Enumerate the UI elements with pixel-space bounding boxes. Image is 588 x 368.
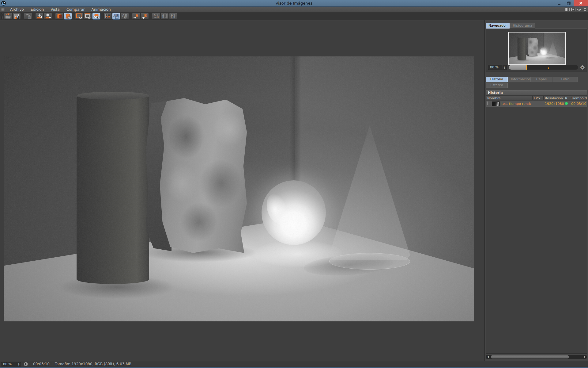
menu-animacion[interactable]: Animación bbox=[88, 7, 114, 12]
status-bar: 80 % ▲▼ ▶ 00:03:10 Tamaño: 1920x1080, RG… bbox=[0, 361, 588, 367]
col-fps[interactable]: FPS bbox=[533, 96, 544, 100]
go-to-b-button[interactable]: B bbox=[141, 13, 149, 20]
col-resolucion[interactable]: Resolución bbox=[544, 96, 564, 100]
tab-histograma[interactable]: Histograma bbox=[510, 23, 535, 29]
history-row-status bbox=[564, 102, 570, 106]
history-row-resolution: 1920x1080 bbox=[544, 102, 564, 106]
tab-filtro[interactable]: Filtro bbox=[553, 77, 578, 82]
navigator-thumbnail-scene bbox=[509, 33, 565, 64]
image-viewport[interactable] bbox=[0, 20, 485, 361]
scroll-left-icon[interactable]: ◀ bbox=[486, 355, 490, 359]
set-image-b-button[interactable] bbox=[84, 13, 92, 20]
minimize-button[interactable] bbox=[554, 0, 564, 6]
resolution-half-button[interactable]: 1:2 bbox=[24, 13, 32, 20]
film-grain-overlay bbox=[4, 56, 474, 321]
close-button[interactable] bbox=[574, 0, 588, 6]
status-zoom-input[interactable]: 80 % ▲▼ bbox=[1, 362, 21, 366]
difference-ab-button[interactable]: A−B= bbox=[160, 13, 169, 20]
col-r[interactable]: R bbox=[564, 96, 570, 100]
render-image bbox=[4, 56, 474, 321]
split-pane-icon[interactable] bbox=[565, 7, 570, 12]
slider-tick bbox=[548, 67, 549, 69]
tree-connector bbox=[487, 102, 491, 105]
toolbar-grip[interactable] bbox=[0, 13, 3, 19]
navigator-thumbnail[interactable] bbox=[508, 32, 566, 65]
status-separator bbox=[52, 362, 52, 366]
sequence-ab-button[interactable]: A⇅1:B bbox=[169, 13, 177, 20]
navigator-zoom-slider[interactable] bbox=[509, 65, 578, 70]
zoom-spinner-icon[interactable]: ▲▼ bbox=[503, 65, 506, 69]
tab-capas[interactable]: Capas bbox=[530, 77, 552, 82]
navigator-zoom-input[interactable]: 80 % ▲▼ bbox=[488, 65, 507, 70]
navigator-panel: 80 % ▲▼ ▶ bbox=[486, 29, 587, 72]
tab-navegador[interactable]: Navegador bbox=[486, 23, 510, 29]
add-pane-icon[interactable] bbox=[571, 7, 576, 12]
compare-ab-toggle-button[interactable] bbox=[92, 13, 100, 20]
ab-blend-button[interactable]: AB bbox=[112, 13, 120, 20]
status-zoom-value: 80 % bbox=[3, 362, 12, 366]
open-image-button[interactable] bbox=[4, 13, 12, 20]
navigator-zoom-value: 80 % bbox=[490, 65, 499, 69]
col-tiempo[interactable]: Tiempo de Render bbox=[570, 96, 587, 100]
window-title: Visor de Imágenes bbox=[0, 1, 588, 6]
history-table-header: Nombre FPS Resolución R Tiempo de Render bbox=[486, 96, 587, 101]
svg-text:?: ? bbox=[17, 16, 19, 19]
menubar: Archivo Edición Vista Comparar Animación bbox=[0, 7, 588, 12]
svg-text:B: B bbox=[173, 16, 175, 19]
svg-text:B: B bbox=[144, 13, 147, 18]
status-image-info: Tamaño: 1920x1080, RGB (8Bit), 6.03 MB bbox=[55, 362, 131, 366]
film-grain-overlay bbox=[509, 33, 565, 64]
titlebar: Visor de Imágenes bbox=[0, 0, 588, 7]
picture-viewer-window: Visor de Imágenes Archivo Edición Vista … bbox=[0, 0, 588, 368]
tab-informacion[interactable]: Información bbox=[508, 77, 530, 82]
svg-text:B: B bbox=[108, 16, 110, 18]
slider-marker[interactable] bbox=[526, 65, 527, 70]
move-pane-icon[interactable] bbox=[576, 7, 582, 12]
swap-ab-button[interactable]: AB bbox=[152, 13, 160, 20]
svg-text:=: = bbox=[164, 16, 166, 19]
tab-estereo[interactable]: Estéreo bbox=[486, 82, 508, 88]
set-image-a-button[interactable] bbox=[75, 13, 83, 20]
svg-text:A: A bbox=[153, 14, 156, 17]
delete-history-button[interactable] bbox=[55, 13, 63, 20]
navigator-play-button[interactable]: ▶ bbox=[580, 65, 585, 70]
window-bottom-border bbox=[0, 367, 588, 368]
menu-vista[interactable]: Vista bbox=[47, 7, 63, 12]
svg-text:B: B bbox=[162, 16, 164, 19]
go-to-a-button[interactable]: A bbox=[132, 13, 140, 20]
remove-image-button[interactable] bbox=[64, 13, 72, 20]
svg-text:A: A bbox=[106, 16, 107, 18]
history-horizontal-scrollbar[interactable]: ◀ ▶ bbox=[486, 355, 587, 359]
ab-side-by-side-button[interactable]: AB bbox=[104, 13, 112, 20]
resize-vertical-icon[interactable] bbox=[582, 7, 587, 12]
scrollbar-thumb[interactable] bbox=[490, 355, 569, 359]
save-image-button[interactable]: ? bbox=[13, 13, 21, 20]
ab-onion-button[interactable]: AB bbox=[121, 13, 129, 20]
svg-text:B: B bbox=[156, 16, 159, 19]
history-section-title: Historia bbox=[486, 90, 587, 96]
menu-comparar[interactable]: Comparar bbox=[63, 7, 88, 12]
menu-archivo[interactable]: Archivo bbox=[7, 7, 27, 12]
dock-position-button[interactable] bbox=[35, 13, 43, 20]
status-play-button[interactable]: ▶ bbox=[24, 362, 28, 366]
restore-button[interactable] bbox=[564, 0, 574, 6]
menubar-grip[interactable] bbox=[1, 8, 6, 11]
menu-edicion[interactable]: Edición bbox=[27, 7, 47, 12]
history-row[interactable]: test-tiempo-render * 1920x1080 00:03:10 bbox=[486, 101, 587, 107]
panel-tabs-row2: Estéreo bbox=[486, 82, 587, 88]
status-render-time: 00:03:10 bbox=[33, 362, 50, 366]
panel-tabs-row1: Historia Información Capas Filtro bbox=[486, 77, 587, 82]
history-row-time: 00:03:10 bbox=[570, 102, 587, 106]
render-status-dot bbox=[565, 102, 568, 105]
toolbar: ? 1:2 bbox=[0, 12, 588, 20]
status-zoom-spinner-icon[interactable]: ▲▼ bbox=[17, 362, 20, 366]
col-nombre[interactable]: Nombre bbox=[486, 96, 533, 100]
history-empty-area bbox=[486, 107, 587, 353]
scroll-right-icon[interactable]: ▶ bbox=[583, 355, 587, 359]
history-row-name: test-tiempo-render * bbox=[501, 102, 531, 106]
svg-text:1:2: 1:2 bbox=[27, 16, 31, 19]
tab-historia[interactable]: Historia bbox=[486, 77, 508, 82]
dock-object-button[interactable] bbox=[44, 13, 52, 20]
history-row-thumbnail-icon bbox=[492, 102, 500, 106]
svg-text:1:: 1: bbox=[170, 16, 173, 19]
